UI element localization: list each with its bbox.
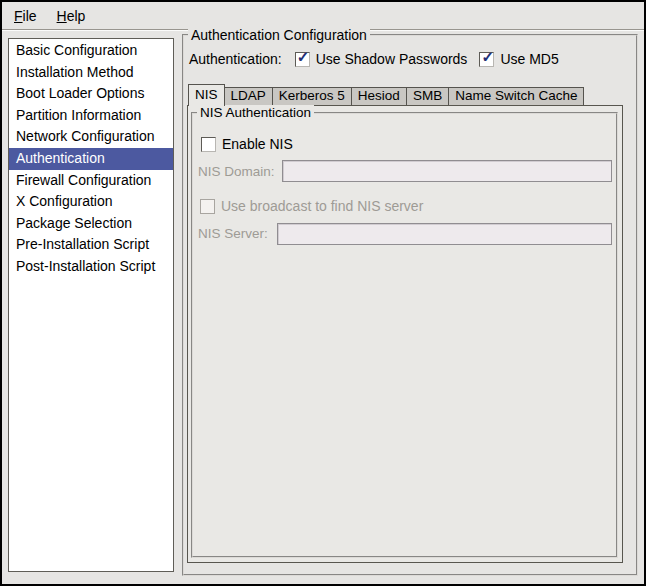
nis-domain-input [282, 160, 612, 182]
tab-smb[interactable]: SMB [406, 87, 449, 105]
tab-nis[interactable]: NIS [188, 84, 225, 106]
sidebar-item-basic-configuration[interactable]: Basic Configuration [9, 40, 173, 62]
authentication-notebook: NIS LDAP Kerberos 5 Hesiod SMB Name Swit… [187, 84, 623, 563]
nis-authentication-frame: NIS Authentication Enable NIS NIS Domain… [191, 112, 618, 558]
checkmark-icon: ✓ [297, 49, 310, 65]
menu-file[interactable]: File [11, 6, 40, 26]
frame-title: Authentication Configuration [188, 27, 370, 43]
use-shadow-passwords-label: Use Shadow Passwords [316, 51, 468, 67]
use-md5-label: Use MD5 [500, 51, 558, 67]
nis-tab-page: NIS Authentication Enable NIS NIS Domain… [187, 105, 623, 563]
sidebar-item-pre-installation-script[interactable]: Pre-Installation Script [9, 234, 173, 256]
use-shadow-passwords-checkbox[interactable]: ✓ [295, 52, 310, 67]
menu-file-rest: ile [23, 8, 37, 24]
sidebar-item-post-installation-script[interactable]: Post-Installation Script [9, 256, 173, 278]
enable-nis-checkbox[interactable] [201, 137, 216, 152]
use-shadow-passwords-option[interactable]: ✓ Use Shadow Passwords [295, 51, 468, 67]
enable-nis-label: Enable NIS [222, 136, 293, 152]
nis-server-label: NIS Server: [198, 226, 268, 241]
kickstart-configurator-window: File Help Basic Configuration Installati… [0, 0, 646, 586]
menu-help-mnemonic: H [57, 8, 67, 24]
nis-frame-title: NIS Authentication [197, 105, 314, 121]
sidebar-item-x-configuration[interactable]: X Configuration [9, 191, 173, 213]
tab-name-switch-cache[interactable]: Name Switch Cache [448, 87, 584, 105]
use-broadcast-label: Use broadcast to find NIS server [221, 198, 423, 214]
use-md5-option[interactable]: ✓ Use MD5 [479, 51, 558, 67]
section-list: Basic Configuration Installation Method … [8, 38, 174, 572]
enable-nis-option[interactable]: Enable NIS [201, 136, 293, 152]
tab-ldap[interactable]: LDAP [224, 87, 273, 105]
menu-file-mnemonic: F [14, 8, 23, 24]
use-md5-checkbox[interactable]: ✓ [479, 52, 494, 67]
sidebar-item-partition-information[interactable]: Partition Information [9, 105, 173, 127]
sidebar-item-authentication[interactable]: Authentication [9, 148, 173, 170]
nis-domain-label: NIS Domain: [198, 164, 275, 179]
sidebar-item-network-configuration[interactable]: Network Configuration [9, 126, 173, 148]
authentication-options-row: Authentication: ✓ Use Shadow Passwords ✓… [187, 49, 559, 69]
tab-hesiod[interactable]: Hesiod [351, 87, 407, 105]
menubar: File Help [2, 2, 644, 30]
tab-kerberos5[interactable]: Kerberos 5 [272, 87, 352, 105]
checkmark-icon: ✓ [481, 49, 494, 65]
sidebar-item-boot-loader-options[interactable]: Boot Loader Options [9, 83, 173, 105]
authentication-label: Authentication: [187, 51, 282, 67]
tab-bar: NIS LDAP Kerberos 5 Hesiod SMB Name Swit… [187, 84, 623, 105]
authentication-configuration-frame: Authentication Configuration Authenticat… [182, 34, 638, 576]
use-broadcast-checkbox [200, 199, 215, 214]
menu-help[interactable]: Help [54, 6, 89, 26]
nis-server-input [277, 223, 612, 245]
menu-help-rest: elp [67, 8, 86, 24]
sidebar-item-firewall-configuration[interactable]: Firewall Configuration [9, 170, 173, 192]
sidebar-item-installation-method[interactable]: Installation Method [9, 62, 173, 84]
sidebar-item-package-selection[interactable]: Package Selection [9, 213, 173, 235]
use-broadcast-option: Use broadcast to find NIS server [200, 198, 423, 214]
